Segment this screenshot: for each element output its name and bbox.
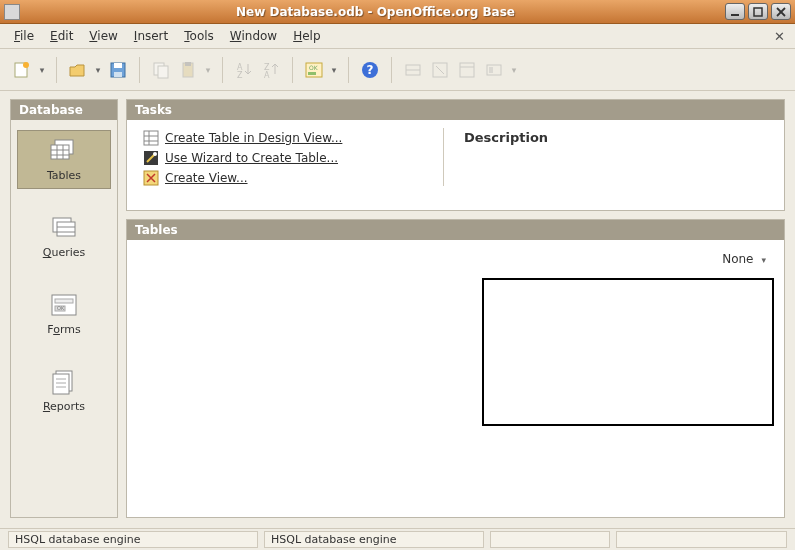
status-cell-3 <box>490 531 610 548</box>
sidebar-item-tables[interactable]: Tables <box>17 130 111 189</box>
menu-window[interactable]: Window <box>222 26 285 46</box>
sidebar-item-label: Forms <box>47 323 80 336</box>
titlebar: New Database.odb - OpenOffice.org Base <box>0 0 795 24</box>
status-cell-2: HSQL database engine <box>264 531 484 548</box>
tasks-panel: Tasks Create Table in Design View... Use… <box>126 99 785 211</box>
queries-icon <box>47 214 81 242</box>
svg-rect-28 <box>489 67 493 73</box>
wizard-icon <box>143 150 159 166</box>
tasks-divider <box>443 128 444 186</box>
status-cell-1: HSQL database engine <box>8 531 258 548</box>
menu-edit[interactable]: Edit <box>42 26 81 46</box>
svg-text:OK: OK <box>57 305 65 311</box>
toolbar-separator <box>292 57 293 83</box>
toolbar-separator <box>139 57 140 83</box>
form-button[interactable]: OK <box>302 58 326 82</box>
forms-icon: OK <box>47 291 81 319</box>
task-label: Use Wizard to Create Table... <box>165 151 338 165</box>
svg-rect-40 <box>55 299 73 303</box>
open-dropdown[interactable] <box>93 65 103 75</box>
tool4-dropdown[interactable] <box>509 65 519 75</box>
tool2-button[interactable] <box>428 58 452 82</box>
sidebar-item-label: Reports <box>43 400 85 413</box>
document-close-icon[interactable]: ✕ <box>770 27 789 46</box>
svg-text:A: A <box>264 71 270 80</box>
svg-rect-25 <box>460 63 474 77</box>
create-view-icon <box>143 170 159 186</box>
status-cell-4 <box>616 531 787 548</box>
toolbar-separator <box>56 57 57 83</box>
task-label: Create Table in Design View... <box>165 131 342 145</box>
new-button[interactable] <box>10 58 34 82</box>
sidebar-item-queries[interactable]: Queries <box>17 207 111 266</box>
chevron-down-icon <box>761 252 766 266</box>
sidebar-item-label: Queries <box>43 246 86 259</box>
sidebar-item-label: Tables <box>47 169 81 182</box>
tables-icon <box>47 137 81 165</box>
database-sidebar: Database Tables Queries OK Forms Reports <box>10 99 118 518</box>
task-create-design-view[interactable]: Create Table in Design View... <box>143 130 443 146</box>
sort-asc-button[interactable]: AZ <box>232 58 256 82</box>
svg-rect-18 <box>308 72 316 75</box>
tables-preview-area: None <box>474 250 774 507</box>
paste-dropdown[interactable] <box>203 65 213 75</box>
sidebar-header: Database <box>11 100 117 120</box>
menu-file[interactable]: File <box>6 26 42 46</box>
app-icon <box>4 4 20 20</box>
tool1-button[interactable] <box>401 58 425 82</box>
task-label: Create View... <box>165 171 248 185</box>
task-use-wizard[interactable]: Use Wizard to Create Table... <box>143 150 443 166</box>
tasks-header: Tasks <box>127 100 784 120</box>
maximize-button[interactable] <box>748 3 768 20</box>
form-dropdown[interactable] <box>329 65 339 75</box>
close-button[interactable] <box>771 3 791 20</box>
menu-view[interactable]: View <box>81 26 125 46</box>
tables-header: Tables <box>127 220 784 240</box>
preview-selector[interactable]: None <box>718 250 770 268</box>
tool4-button[interactable] <box>482 58 506 82</box>
task-list: Create Table in Design View... Use Wizar… <box>143 130 443 186</box>
svg-point-5 <box>23 62 29 68</box>
svg-rect-1 <box>754 8 762 16</box>
sidebar-item-forms[interactable]: OK Forms <box>17 284 111 343</box>
right-column: Tasks Create Table in Design View... Use… <box>126 99 785 518</box>
preview-selector-label: None <box>722 252 753 266</box>
task-create-view[interactable]: Create View... <box>143 170 443 186</box>
toolbar-separator <box>348 57 349 83</box>
new-dropdown[interactable] <box>37 65 47 75</box>
tables-panel: Tables None <box>126 219 785 518</box>
open-button[interactable] <box>66 58 90 82</box>
copy-button[interactable] <box>149 58 173 82</box>
sort-desc-button[interactable]: ZA <box>259 58 283 82</box>
description-column: Description <box>454 130 770 186</box>
svg-rect-12 <box>185 62 191 66</box>
tables-list-area <box>137 250 474 507</box>
help-button[interactable]: ? <box>358 58 382 82</box>
main-area: Database Tables Queries OK Forms Reports <box>0 91 795 528</box>
reports-icon <box>47 368 81 396</box>
svg-rect-44 <box>53 374 69 394</box>
svg-rect-30 <box>51 145 69 159</box>
svg-rect-10 <box>158 66 168 78</box>
menu-tools[interactable]: Tools <box>176 26 222 46</box>
minimize-button[interactable] <box>725 3 745 20</box>
svg-rect-8 <box>114 72 122 77</box>
statusbar: HSQL database engine HSQL database engin… <box>0 528 795 550</box>
design-view-icon <box>143 130 159 146</box>
svg-rect-48 <box>144 131 158 145</box>
menu-help[interactable]: Help <box>285 26 328 46</box>
paste-button[interactable] <box>176 58 200 82</box>
window-buttons <box>725 3 791 20</box>
save-button[interactable] <box>106 58 130 82</box>
toolbar: AZ ZA OK ? <box>0 49 795 91</box>
menu-insert[interactable]: Insert <box>126 26 176 46</box>
svg-text:Z: Z <box>237 71 243 80</box>
toolbar-separator <box>222 57 223 83</box>
tool3-button[interactable] <box>455 58 479 82</box>
svg-rect-36 <box>57 222 75 236</box>
toolbar-separator <box>391 57 392 83</box>
svg-point-53 <box>153 152 157 156</box>
svg-rect-7 <box>114 63 122 68</box>
menubar: File Edit View Insert Tools Window Help … <box>0 24 795 49</box>
sidebar-item-reports[interactable]: Reports <box>17 361 111 420</box>
